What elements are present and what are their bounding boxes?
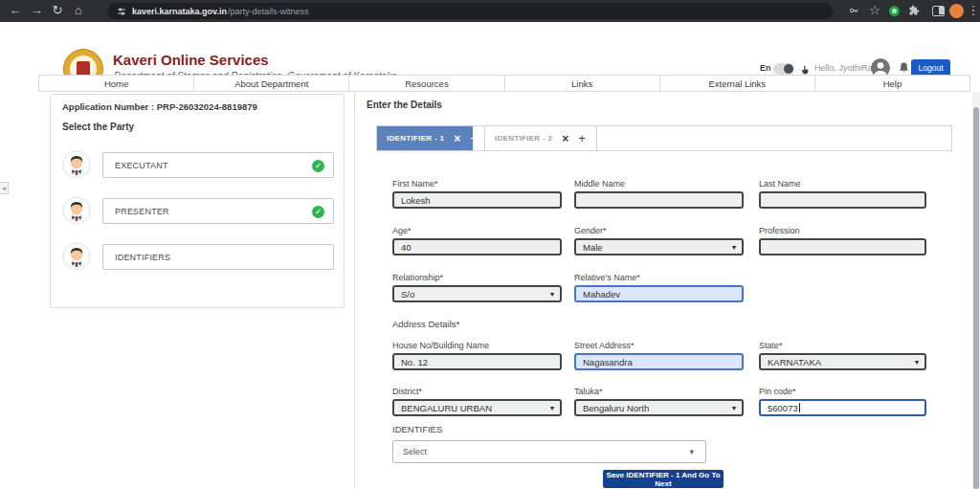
forward-icon[interactable]: → [29, 3, 44, 18]
middle-name-field[interactable] [574, 191, 744, 209]
text-cursor [799, 403, 800, 412]
street-address-field[interactable]: Nagasandra [574, 353, 744, 370]
identifies-select[interactable]: Select ▾ [392, 440, 706, 463]
house-no-label: House No/Building Name [392, 341, 562, 350]
panel-collapse-handle[interactable]: ◂ [0, 182, 9, 194]
field-value: Male [583, 242, 603, 253]
taluka-label: Taluka* [574, 387, 744, 396]
party-row: PRESENTER ✓ [51, 198, 344, 229]
party-label: IDENTIFIERS [103, 253, 170, 262]
password-key-icon[interactable] [846, 5, 861, 20]
enter-details-heading: Enter the Details [367, 100, 442, 110]
field-value: 40 [401, 242, 412, 253]
state-select[interactable]: KARNATAKA▾ [759, 353, 926, 370]
save-identifier-button[interactable]: Save IDENTIFIER - 1 And Go To Next [603, 470, 724, 488]
chevron-down-icon: ▾ [689, 447, 694, 456]
site-header: Kaveri Online Services Department of Sta… [0, 22, 980, 74]
toggle-knob [784, 64, 793, 74]
chevron-down-icon: ▾ [732, 404, 736, 412]
pin-code-field[interactable]: 560073 [759, 399, 926, 416]
street-address-label: Street Address* [574, 341, 744, 350]
add-tab-icon[interactable]: + [470, 132, 478, 144]
field-value: 560073 [768, 403, 798, 413]
menu-dots-icon[interactable]: ⋮ [966, 3, 980, 18]
chevron-down-icon: ▾ [732, 243, 736, 252]
select-placeholder: Select [393, 447, 427, 456]
party-label: EXECUTANT [103, 161, 168, 170]
party-label: PRESENTER [103, 207, 169, 216]
url-host: kaveri.karnataka.gov.in [132, 7, 227, 16]
nav-item-external-links[interactable]: External Links [660, 76, 815, 91]
nav-item-home[interactable]: Home [39, 76, 194, 91]
party-item-presenter[interactable]: PRESENTER ✓ [102, 198, 334, 224]
url-path: /party-details-witness [228, 7, 309, 16]
chevron-down-icon: ▾ [915, 358, 919, 367]
party-avatar-icon [62, 242, 91, 271]
completed-check-icon: ✓ [312, 160, 324, 172]
extensions-puzzle-icon[interactable] [906, 5, 922, 20]
gender-label: Gender* [574, 226, 744, 235]
last-name-field[interactable] [759, 191, 926, 209]
house-no-field[interactable]: No. 12 [392, 353, 562, 370]
party-item-executant[interactable]: EXECUTANT ✓ [102, 152, 334, 178]
add-tab-icon[interactable]: + [578, 132, 586, 144]
party-item-identifiers[interactable]: IDENTIFIERS ✓ [102, 244, 334, 270]
relationship-label: Relationship* [392, 273, 562, 282]
last-name-label: Last Name [759, 179, 926, 189]
profession-field[interactable] [759, 238, 926, 256]
first-name-field[interactable]: Lokesh [392, 191, 562, 209]
tab-label: IDENTIFIER - 1 [387, 134, 444, 143]
nav-item-links[interactable]: Links [505, 76, 660, 91]
field-value: KARNATAKA [768, 357, 821, 367]
language-toggle[interactable] [773, 63, 794, 75]
language-label: En [760, 63, 771, 73]
identifier-tabbar: IDENTIFIER - 1 × + IDENTIFIER - 2 × + [376, 125, 952, 151]
back-icon[interactable]: ← [8, 3, 23, 18]
split-screen-icon[interactable] [932, 6, 945, 16]
panel-divider [354, 92, 355, 489]
profession-label: Profession [759, 226, 926, 235]
party-avatar-icon [62, 150, 91, 179]
relatives-name-label: Relative's Name* [574, 273, 744, 282]
party-row: IDENTIFIERS ✓ [51, 244, 344, 275]
district-select[interactable]: BENGALURU URBAN▾ [392, 399, 562, 416]
nav-item-resources[interactable]: Resources [349, 76, 504, 91]
page-title: Kaveri Online Services [113, 52, 269, 68]
extension-green-icon[interactable] [889, 6, 900, 16]
field-value: Mahadev [583, 289, 620, 300]
close-tab-icon[interactable]: × [562, 133, 568, 144]
tab-label: IDENTIFIER - 2 [495, 134, 552, 143]
relationship-select[interactable]: S/o▾ [392, 285, 562, 302]
bookmark-star-icon[interactable]: ☆ [867, 3, 882, 18]
field-value: No. 12 [401, 357, 428, 367]
taluka-select[interactable]: Bengaluru North▾ [574, 399, 744, 416]
chevron-down-icon: ▾ [550, 404, 554, 412]
close-tab-icon[interactable]: × [454, 133, 460, 144]
main-navigation: Home About Department Resources Links Ex… [38, 75, 970, 92]
address-bar[interactable]: kaveri.karnataka.gov.in /party-details-w… [107, 3, 833, 19]
tab-identifier-1[interactable]: IDENTIFIER - 1 × + [377, 126, 473, 150]
home-icon[interactable]: ⌂ [71, 3, 86, 18]
party-avatar-icon [62, 196, 91, 225]
first-name-label: First Name* [392, 179, 562, 189]
gender-select[interactable]: Male▾ [574, 238, 744, 256]
nav-item-help[interactable]: Help [815, 76, 969, 91]
reload-icon[interactable]: ↻ [50, 3, 65, 18]
district-label: District* [392, 387, 562, 396]
field-value: Nagasandra [583, 357, 633, 367]
site-info-icon[interactable] [117, 7, 126, 16]
field-value: Lokesh [401, 195, 431, 206]
tab-identifier-2[interactable]: IDENTIFIER - 2 × + [484, 126, 597, 150]
identifies-label: IDENTIFIES [392, 424, 562, 434]
scrollbar-thumb[interactable] [973, 107, 979, 489]
state-label: State* [759, 341, 926, 350]
party-panel: Application Number : PRP-26032024-881987… [50, 94, 345, 308]
completed-check-icon: ✓ [312, 206, 324, 218]
application-number: Application Number : PRP-26032024-881987… [62, 101, 257, 112]
pin-code-label: Pin code* [759, 387, 926, 396]
nav-item-about-department[interactable]: About Department [194, 76, 349, 91]
age-field[interactable]: 40 [392, 238, 562, 256]
relatives-name-field[interactable]: Mahadev [574, 285, 744, 302]
chevron-down-icon: ▾ [550, 290, 554, 299]
browser-profile-avatar[interactable] [949, 4, 964, 18]
